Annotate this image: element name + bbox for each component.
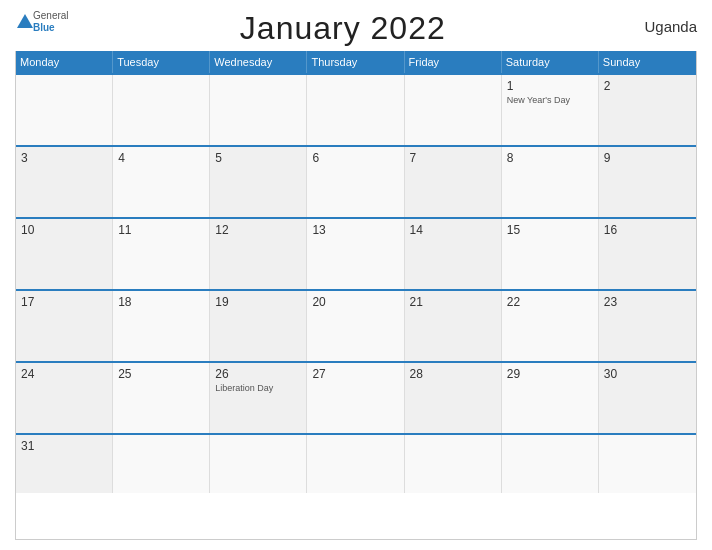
day-cell-5-6 [599, 435, 696, 493]
day-cell-1-0: 3 [16, 147, 113, 217]
country-label: Uganda [617, 10, 697, 35]
day-cell-2-0: 10 [16, 219, 113, 289]
logo-triangle-icon [17, 14, 33, 28]
day-cell-3-0: 17 [16, 291, 113, 361]
day-cell-2-6: 16 [599, 219, 696, 289]
logo-general: General [33, 10, 69, 22]
title-area: January 2022 [69, 10, 617, 47]
day-number: 7 [410, 151, 496, 165]
day-cell-0-0 [16, 75, 113, 145]
day-cell-0-5: 1New Year's Day [502, 75, 599, 145]
day-number: 16 [604, 223, 691, 237]
day-cell-5-4 [405, 435, 502, 493]
month-title: January 2022 [240, 10, 446, 46]
day-cell-2-2: 12 [210, 219, 307, 289]
day-cell-3-4: 21 [405, 291, 502, 361]
holiday-label: New Year's Day [507, 95, 593, 106]
header-monday: Monday [16, 51, 113, 73]
logo: General Blue [15, 10, 69, 34]
day-cell-4-3: 27 [307, 363, 404, 433]
day-cell-4-5: 29 [502, 363, 599, 433]
day-cell-1-2: 5 [210, 147, 307, 217]
day-number: 19 [215, 295, 301, 309]
day-number: 13 [312, 223, 398, 237]
day-cell-5-5 [502, 435, 599, 493]
week-row-2: 3456789 [16, 145, 696, 217]
day-cell-0-3 [307, 75, 404, 145]
week-row-3: 10111213141516 [16, 217, 696, 289]
day-number: 18 [118, 295, 204, 309]
day-cell-5-2 [210, 435, 307, 493]
day-cell-4-4: 28 [405, 363, 502, 433]
day-cell-3-3: 20 [307, 291, 404, 361]
day-cell-4-2: 26Liberation Day [210, 363, 307, 433]
day-cell-2-1: 11 [113, 219, 210, 289]
day-cell-1-5: 8 [502, 147, 599, 217]
logo-text: General Blue [33, 10, 69, 34]
day-number: 22 [507, 295, 593, 309]
week-row-4: 17181920212223 [16, 289, 696, 361]
day-number: 14 [410, 223, 496, 237]
header-tuesday: Tuesday [113, 51, 210, 73]
holiday-label: Liberation Day [215, 383, 301, 394]
header-sunday: Sunday [599, 51, 696, 73]
day-number: 24 [21, 367, 107, 381]
day-number: 4 [118, 151, 204, 165]
day-number: 11 [118, 223, 204, 237]
header-wednesday: Wednesday [210, 51, 307, 73]
day-number: 3 [21, 151, 107, 165]
header-friday: Friday [405, 51, 502, 73]
day-number: 5 [215, 151, 301, 165]
day-cell-0-2 [210, 75, 307, 145]
day-number: 26 [215, 367, 301, 381]
day-number: 23 [604, 295, 691, 309]
day-cell-4-1: 25 [113, 363, 210, 433]
day-cell-3-5: 22 [502, 291, 599, 361]
day-number: 29 [507, 367, 593, 381]
day-number: 30 [604, 367, 691, 381]
day-number: 12 [215, 223, 301, 237]
calendar: Monday Tuesday Wednesday Thursday Friday… [15, 51, 697, 540]
day-cell-2-3: 13 [307, 219, 404, 289]
day-cell-5-3 [307, 435, 404, 493]
week-row-6: 31 [16, 433, 696, 493]
day-cell-5-0: 31 [16, 435, 113, 493]
day-cell-0-4 [405, 75, 502, 145]
header-thursday: Thursday [307, 51, 404, 73]
day-cell-0-1 [113, 75, 210, 145]
day-cell-5-1 [113, 435, 210, 493]
logo-blue: Blue [33, 22, 69, 34]
header-saturday: Saturday [502, 51, 599, 73]
day-number: 15 [507, 223, 593, 237]
day-cell-1-6: 9 [599, 147, 696, 217]
day-cell-3-6: 23 [599, 291, 696, 361]
day-cell-4-6: 30 [599, 363, 696, 433]
week-row-5: 242526Liberation Day27282930 [16, 361, 696, 433]
day-number: 10 [21, 223, 107, 237]
day-cell-3-1: 18 [113, 291, 210, 361]
day-number: 8 [507, 151, 593, 165]
day-number: 1 [507, 79, 593, 93]
day-cell-2-4: 14 [405, 219, 502, 289]
day-cell-0-6: 2 [599, 75, 696, 145]
day-number: 2 [604, 79, 691, 93]
calendar-header: Monday Tuesday Wednesday Thursday Friday… [16, 51, 696, 73]
day-cell-1-4: 7 [405, 147, 502, 217]
day-cell-1-3: 6 [307, 147, 404, 217]
page-header: General Blue January 2022 Uganda [15, 10, 697, 47]
day-number: 31 [21, 439, 107, 453]
week-row-1: 1New Year's Day2 [16, 73, 696, 145]
day-number: 6 [312, 151, 398, 165]
day-cell-2-5: 15 [502, 219, 599, 289]
day-cell-4-0: 24 [16, 363, 113, 433]
day-number: 25 [118, 367, 204, 381]
calendar-body: 1New Year's Day2345678910111213141516171… [16, 73, 696, 493]
day-number: 28 [410, 367, 496, 381]
calendar-page: General Blue January 2022 Uganda Monday … [0, 0, 712, 550]
day-cell-1-1: 4 [113, 147, 210, 217]
day-number: 9 [604, 151, 691, 165]
day-cell-3-2: 19 [210, 291, 307, 361]
day-number: 17 [21, 295, 107, 309]
day-number: 21 [410, 295, 496, 309]
day-number: 20 [312, 295, 398, 309]
